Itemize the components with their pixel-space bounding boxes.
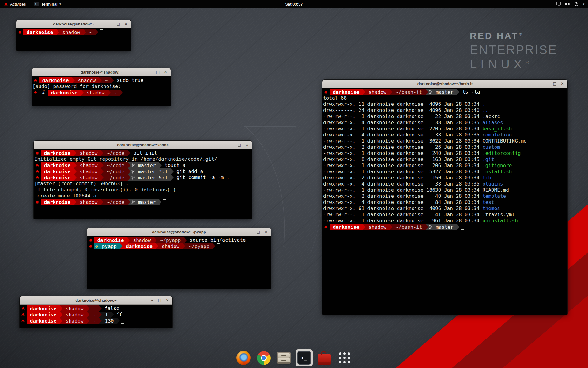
prompt-exitcode-segment: 130 bbox=[102, 318, 117, 324]
close-button[interactable]: ✕ bbox=[164, 297, 170, 303]
powerline-arrow bbox=[159, 199, 162, 205]
powerline-arrow bbox=[363, 89, 365, 95]
powerline-arrow bbox=[74, 199, 77, 205]
close-button[interactable]: ✕ bbox=[244, 142, 250, 148]
terminal-text: git commit -a -m . bbox=[174, 174, 230, 181]
terminal-line: -rwxrwxr-x. 1 darknoise darknoise 5327 J… bbox=[323, 169, 567, 175]
prompt-exitcode-segment: 1 bbox=[102, 312, 111, 318]
app-grid-icon bbox=[339, 352, 350, 363]
terminal-text: Initialized empty Git repository in /hom… bbox=[34, 156, 217, 162]
dock-firefox-button[interactable] bbox=[235, 349, 252, 366]
powerline-arrow bbox=[111, 77, 114, 83]
git-branch-icon bbox=[131, 176, 135, 180]
prompt-host-segment: shadow bbox=[130, 237, 154, 243]
powerline-arrow bbox=[101, 162, 104, 168]
files-icon bbox=[277, 352, 291, 364]
powerline-arrow bbox=[171, 168, 174, 174]
chevron-down-icon: ▾ bbox=[583, 2, 584, 6]
terminal-text: # bbox=[39, 90, 48, 96]
clock[interactable]: Sat 03:57 bbox=[285, 2, 303, 6]
close-button[interactable]: ✕ bbox=[263, 229, 269, 235]
window-titlebar[interactable]: darknoise@shadow:~–□✕ bbox=[20, 296, 172, 305]
powerline-arrow bbox=[72, 77, 75, 83]
terminal-screen[interactable]: darknoise shadow ~/code git initInitiali… bbox=[34, 149, 252, 219]
dock-terminal-button[interactable]: >_ bbox=[296, 349, 313, 366]
terminal-text: [master (root-commit) 50bcb63] . bbox=[34, 181, 129, 187]
terminal-line: [sudo] password for darknoise: bbox=[32, 83, 171, 90]
terminal-screen[interactable]: darknoise shadow ~ bbox=[16, 28, 131, 51]
close-button[interactable]: ✕ bbox=[560, 81, 565, 87]
system-menu-button[interactable]: ▾ bbox=[556, 0, 588, 8]
prompt-user-segment: darknoise bbox=[27, 312, 60, 318]
terminal-text: git add a bbox=[174, 168, 203, 174]
window-titlebar[interactable]: darknoise@shadow:~–□✕ bbox=[32, 68, 171, 76]
powerline-arrow bbox=[111, 312, 114, 318]
terminal-text: install.sh bbox=[482, 169, 512, 175]
window-titlebar[interactable]: darknoise@shadow:~–□✕ bbox=[16, 20, 131, 28]
terminal-line: darknoise shadow ~ sudo true bbox=[32, 77, 171, 83]
top-bar: Activities >_ Terminal ▾ Sat 03:57 ▾ bbox=[0, 0, 588, 8]
terminal-text: drwxrwxr-x. 2 darknoise darknoise 150 Ja… bbox=[323, 175, 482, 181]
prompt-user-segment: darknoise bbox=[330, 224, 363, 230]
dock-app-grid-button[interactable] bbox=[336, 349, 353, 366]
redhat-icon bbox=[88, 237, 94, 243]
dock-toolbox-button[interactable] bbox=[316, 349, 333, 366]
terminal-line: -rwxrwxr-x. 1 darknoise darknoise 206 Ja… bbox=[323, 163, 567, 169]
redhat-icon bbox=[34, 168, 41, 174]
terminal-screen[interactable]: darknoise shadow ~ false darknoise shado… bbox=[20, 305, 172, 328]
app-menu-label: Terminal bbox=[41, 2, 57, 6]
terminal-line: -rw-rw-r--. 1 darknoise darknoise 3622 J… bbox=[323, 138, 567, 144]
close-button[interactable]: ✕ bbox=[123, 21, 129, 27]
maximize-button[interactable]: □ bbox=[552, 81, 558, 87]
terminal-text: -rwxrwxr-x. 1 darknoise darknoise 961 Ja… bbox=[323, 218, 482, 224]
window-titlebar[interactable]: darknoise@shadow:~/code–□✕ bbox=[34, 141, 252, 149]
terminal-line: darknoise shadow ~/code git init bbox=[34, 150, 252, 156]
terminal-screen[interactable]: darknoise shadow ~/pyapp source bin/acti… bbox=[87, 236, 271, 289]
terminal-text: lib bbox=[482, 175, 491, 181]
git-branch-icon bbox=[131, 170, 135, 174]
minimize-button[interactable]: – bbox=[147, 69, 153, 75]
terminal-line: -rw-rw-r--. 1 darknoise darknoise 22 Jan… bbox=[323, 113, 567, 120]
dock-chrome-button[interactable] bbox=[255, 349, 272, 366]
window-title: darknoise@shadow:~/bash-it bbox=[322, 82, 567, 86]
minimize-button[interactable]: – bbox=[248, 229, 254, 235]
activities-button[interactable]: Activities bbox=[2, 0, 27, 8]
minimize-button[interactable]: – bbox=[229, 142, 235, 148]
maximize-button[interactable]: □ bbox=[236, 142, 242, 148]
terminal-line: darknoise shadow ~ false bbox=[20, 305, 172, 312]
terminal-cursor bbox=[163, 199, 166, 205]
maximize-button[interactable]: □ bbox=[157, 297, 163, 303]
terminal-window-bash-it: darknoise@shadow:~/bash-it–□✕ darknoise … bbox=[322, 80, 567, 315]
minimize-button[interactable]: – bbox=[108, 21, 114, 27]
terminal-text: create mode 100644 a bbox=[34, 193, 96, 199]
maximize-button[interactable]: □ bbox=[115, 21, 121, 27]
prompt-path-segment: ~/bash-it bbox=[392, 224, 425, 230]
close-button[interactable]: ✕ bbox=[163, 69, 168, 75]
app-menu-button[interactable]: >_ Terminal ▾ bbox=[32, 0, 62, 8]
minimize-button[interactable]: – bbox=[544, 81, 550, 87]
terminal-text: .editorconfig bbox=[482, 150, 521, 156]
minimize-button[interactable]: – bbox=[149, 297, 155, 303]
powerline-arrow bbox=[60, 305, 62, 312]
terminal-line: darknoise shadow ~/code master bbox=[34, 199, 252, 205]
window-titlebar[interactable]: darknoise@shadow:~/bash-it–□✕ bbox=[322, 80, 567, 88]
terminal-text: bash_it.sh bbox=[482, 126, 512, 132]
terminal-screen[interactable]: darknoise shadow ~ sudo true[sudo] passw… bbox=[32, 76, 171, 106]
powerline-arrow bbox=[56, 29, 59, 35]
maximize-button[interactable]: □ bbox=[155, 69, 161, 75]
power-icon bbox=[574, 2, 579, 6]
window-title: darknoise@shadow:~/code bbox=[34, 143, 252, 147]
powerline-arrow bbox=[183, 243, 185, 249]
powerline-arrow bbox=[156, 243, 158, 249]
terminal-screen[interactable]: darknoise shadow ~/bash-it master ls -la… bbox=[322, 88, 567, 315]
terminal-cursor bbox=[461, 224, 464, 230]
window-titlebar[interactable]: darknoise@shadow:~/pyapp–□✕ bbox=[87, 228, 271, 236]
powerline-arrow bbox=[87, 305, 89, 312]
prompt-host-segment: shadow bbox=[365, 89, 390, 95]
powerline-arrow bbox=[117, 318, 120, 324]
terminal-text: uninstall.sh bbox=[482, 218, 518, 224]
dock-files-button[interactable] bbox=[275, 349, 292, 366]
maximize-button[interactable]: □ bbox=[255, 229, 261, 235]
terminal-window-home-b: darknoise@shadow:~–□✕ darknoise shadow ~… bbox=[32, 68, 171, 106]
powerline-arrow bbox=[390, 224, 392, 230]
